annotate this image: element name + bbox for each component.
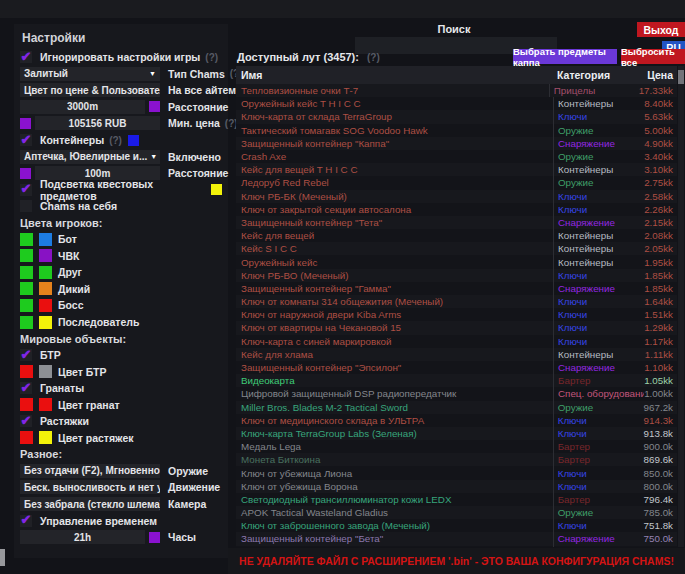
exit-button[interactable]: Выход bbox=[637, 22, 685, 37]
table-row[interactable]: Crash AxeОружие3.40kk bbox=[236, 150, 677, 163]
dropdown[interactable]: Цвет по цене & Пользователь▼ bbox=[20, 83, 160, 97]
table-row[interactable]: Тактический томагавк SOG Voodoo HawkОруж… bbox=[236, 124, 677, 137]
checkbox[interactable] bbox=[20, 200, 32, 212]
table-row[interactable]: Защищенный контейнер "Тета"Снаряжение2.1… bbox=[236, 216, 677, 229]
color-swatch[interactable] bbox=[149, 532, 160, 543]
color-swatch[interactable] bbox=[20, 299, 33, 312]
color-swatch[interactable] bbox=[39, 282, 52, 295]
checkbox[interactable]: ✔ bbox=[20, 382, 32, 394]
table-row[interactable]: Ключ РБ-ВО (Меченый)Ключи1.85kk bbox=[236, 269, 677, 282]
item-price: 967.2k bbox=[644, 402, 677, 413]
table-row[interactable]: Кейс для хламаКонтейнеры1.11kk bbox=[236, 348, 677, 361]
checkbox[interactable]: ✔ bbox=[20, 51, 32, 63]
dropdown[interactable]: Беск. выносливость и нет уста▼ bbox=[20, 480, 160, 494]
dropdown[interactable]: Залитый▼ bbox=[20, 67, 160, 81]
drop-all-button[interactable]: Выбросить все bbox=[621, 49, 685, 64]
table-row[interactable]: Ключ РБ-БК (Меченый)Ключи2.58kk bbox=[236, 190, 677, 203]
color-swatch[interactable] bbox=[39, 249, 52, 262]
table-row[interactable]: ВидеокартаБартер1.05kk bbox=[236, 374, 677, 387]
table-row[interactable]: Монета БиткоинаБартер869.6k bbox=[236, 453, 677, 466]
color-swatch[interactable] bbox=[20, 249, 33, 262]
scrollbar-thumb[interactable] bbox=[678, 70, 684, 84]
color-swatch[interactable] bbox=[20, 431, 33, 444]
color-swatch[interactable] bbox=[39, 299, 52, 312]
table-row[interactable]: Ключ от заброшенного завода (Меченый)Клю… bbox=[236, 519, 677, 532]
table-row[interactable]: Ключ от наружной двери Kiba ArmsКлючи1.5… bbox=[236, 308, 677, 321]
dropdown[interactable]: Без забрала (стекло шлема)▼ bbox=[20, 497, 160, 511]
color-swatch[interactable] bbox=[20, 233, 33, 246]
column-header-name[interactable]: Имя bbox=[236, 69, 553, 81]
checkbox[interactable]: ✔ bbox=[20, 415, 32, 427]
table-row[interactable]: Miller Bros. Blades M-2 Tactical SwordОр… bbox=[236, 401, 677, 414]
item-name: Ключ-карта TerraGroup Labs (Зеленая) bbox=[236, 428, 553, 439]
table-row[interactable]: Ключ от закрытой секции автосалонаКлючи2… bbox=[236, 203, 677, 216]
table-row[interactable]: Тепловизионные очки Т-7Прицелы17.33kk bbox=[236, 84, 677, 97]
item-name: Ключ РБ-ВО (Меченый) bbox=[236, 270, 553, 281]
table-row[interactable]: Ключ от медицинского склада в УЛЬТРАКлюч… bbox=[236, 414, 677, 427]
table-row[interactable]: Оружейный кейсКонтейнеры1.95kk bbox=[236, 255, 677, 268]
color-swatch[interactable] bbox=[20, 282, 33, 295]
table-row[interactable]: Цифровой защищенный DSP радиопередатчикС… bbox=[236, 387, 677, 400]
table-row[interactable]: Ключ от комнаты 314 общежития (Меченый)К… bbox=[236, 295, 677, 308]
table-row[interactable]: APOK Tactical Wasteland GladiusОружие785… bbox=[236, 506, 677, 519]
table-row[interactable]: Ключ от убежища ВоронаКлючи800.0k bbox=[236, 480, 677, 493]
item-name: Оружейный кейс bbox=[236, 257, 553, 268]
item-price: 1.51kk bbox=[644, 309, 677, 320]
checkbox[interactable]: ✔ bbox=[20, 134, 32, 146]
column-header-price[interactable]: Цена bbox=[643, 69, 677, 81]
chevron-down-icon: ▼ bbox=[150, 153, 157, 160]
dropdown-label: Включено bbox=[168, 151, 221, 163]
table-row[interactable]: Медаль LegaБартер900.0k bbox=[236, 440, 677, 453]
table-scrollbar[interactable] bbox=[678, 66, 684, 547]
item-price: 3.10kk bbox=[644, 164, 677, 175]
table-row[interactable]: Ключ от убежища ЛионаКлючи850.0k bbox=[236, 466, 677, 479]
column-header-category[interactable]: Категория bbox=[553, 69, 643, 81]
table-row[interactable]: Ключ-карта от склада TerraGroupКлючи5.63… bbox=[236, 110, 677, 123]
color-swatch[interactable] bbox=[20, 398, 33, 411]
color-swatch[interactable] bbox=[128, 135, 139, 146]
dropdown-label: На все айтемы bbox=[168, 84, 245, 96]
table-row[interactable]: Светодиодный трансиллюминатор кожи LEDXБ… bbox=[236, 493, 677, 506]
color-swatch[interactable] bbox=[39, 233, 52, 246]
table-row[interactable]: Оружейный кейс T H I C CКонтейнеры8.40kk bbox=[236, 97, 677, 110]
settings-row: ✔Подсветка квестовых предметов bbox=[14, 181, 228, 198]
color-swatch[interactable] bbox=[20, 266, 33, 279]
checkbox[interactable]: ✔ bbox=[20, 349, 32, 361]
text-input[interactable]: 3000m bbox=[20, 100, 145, 114]
color-swatch[interactable] bbox=[39, 365, 52, 378]
select-kappa-items-button[interactable]: Выбрать предметы каппа bbox=[513, 49, 617, 64]
hint-icon: (?) bbox=[205, 52, 218, 63]
color-swatch[interactable] bbox=[39, 398, 52, 411]
table-row[interactable] bbox=[236, 546, 677, 547]
text-input[interactable]: 105156 RUB bbox=[35, 116, 160, 130]
dropdown[interactable]: Аптечка, Ювелирные и...▼ bbox=[20, 150, 160, 164]
table-row[interactable]: Кейс для вещейКонтейнеры2.08kk bbox=[236, 229, 677, 242]
color-swatch[interactable] bbox=[39, 431, 52, 444]
checkbox[interactable]: ✔ bbox=[20, 515, 32, 527]
table-row[interactable]: Кейс S I C CКонтейнеры2.05kk bbox=[236, 242, 677, 255]
color-swatch[interactable] bbox=[20, 168, 31, 179]
checkbox-label: Контейнеры bbox=[40, 134, 104, 146]
item-name: Защищенный контейнер "Эпсилон" bbox=[236, 362, 553, 373]
dropdown[interactable]: Без отдачи (F2), Мгновенное п▼ bbox=[20, 464, 160, 478]
table-row[interactable]: Защищенный контейнер "Бета"Снаряжение750… bbox=[236, 532, 677, 545]
color-swatch[interactable] bbox=[211, 184, 222, 195]
table-row[interactable]: Кейс для вещей T H I C CКонтейнеры3.10kk bbox=[236, 163, 677, 176]
app-window: Настройки ✔Игнорировать настройки игры(?… bbox=[0, 0, 685, 574]
table-row[interactable]: Ледоруб Red RebelОружие2.75kk bbox=[236, 176, 677, 189]
table-row[interactable]: Защищенный контейнер "Каппа"Снаряжение4.… bbox=[236, 137, 677, 150]
color-swatch[interactable] bbox=[20, 316, 33, 329]
color-swatch[interactable] bbox=[20, 118, 31, 129]
item-category: Бартер bbox=[553, 374, 644, 387]
color-swatch[interactable] bbox=[20, 365, 33, 378]
table-row[interactable]: Ключ от квартиры на Чекановой 15Ключи1.2… bbox=[236, 321, 677, 334]
table-row[interactable]: Ключ-карта с синей маркировкойКлючи1.17k… bbox=[236, 335, 677, 348]
table-row[interactable]: Защищенный контейнер "Гамма"Снаряжение1.… bbox=[236, 282, 677, 295]
color-swatch[interactable] bbox=[39, 316, 52, 329]
text-input[interactable]: 21h bbox=[20, 530, 145, 544]
color-swatch[interactable] bbox=[39, 266, 52, 279]
checkbox[interactable]: ✔ bbox=[20, 184, 32, 196]
table-row[interactable]: Защищенный контейнер "Эпсилон"Снаряжение… bbox=[236, 361, 677, 374]
color-swatch[interactable] bbox=[149, 101, 160, 112]
table-row[interactable]: Ключ-карта TerraGroup Labs (Зеленая)Ключ… bbox=[236, 427, 677, 440]
